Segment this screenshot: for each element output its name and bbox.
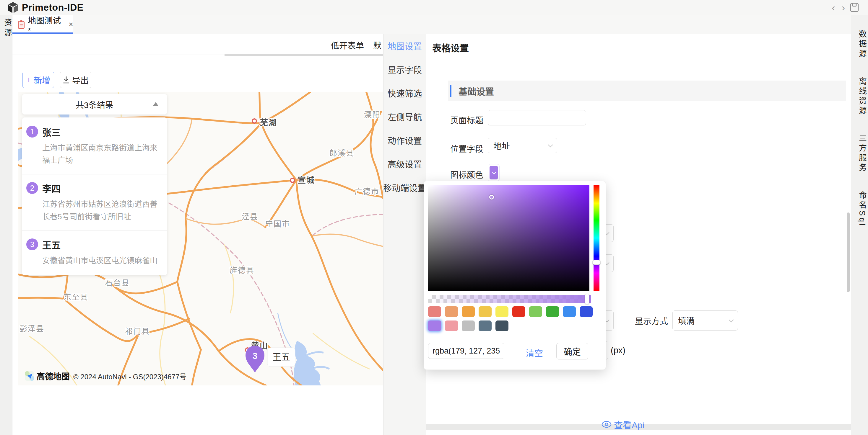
hue-slider[interactable] (593, 185, 599, 291)
map-label: 石台县 (105, 278, 130, 288)
top-bar: Primeton-IDE ‹ › (0, 0, 868, 15)
color-swatch[interactable] (478, 321, 492, 331)
right-rail-item[interactable]: 离线资源 (851, 68, 868, 125)
map-attribution: © 2024 AutoNavi - GS(2023)4677号 (73, 371, 186, 381)
tab-close-icon[interactable]: × (68, 20, 73, 29)
settings-panel: 地图设置显示字段快速筛选左侧导航动作设置高级设置移动端设置 表格设置 基础设置 … (383, 34, 851, 435)
view-api-link[interactable]: 查看Api (601, 418, 644, 431)
item-body: 张三上海市黄浦区南京东路街道上海来福士广场 (42, 125, 161, 166)
item-number-badge: 3 (26, 238, 38, 250)
confirm-color-button[interactable]: 确定 (556, 343, 588, 360)
hue-slider-handle[interactable] (592, 260, 601, 265)
px-unit-label: (px) (611, 345, 625, 355)
map-pin-number: 3 (253, 351, 258, 361)
map-city-dot (290, 178, 294, 182)
right-rail-item[interactable]: 命名Sql (851, 182, 868, 236)
swatch-row-2 (428, 321, 508, 331)
color-swatch[interactable] (495, 321, 508, 331)
icon-color-picker-button[interactable] (488, 164, 500, 181)
list-item[interactable]: 2李四江苏省苏州市姑苏区沧浪街道西善长巷5号司前街看守所旧址 (22, 174, 167, 231)
map-label: 宣城 (298, 176, 315, 185)
right-rail-item[interactable]: 数据源 (851, 21, 868, 68)
map-pin-label: 王五 (267, 348, 295, 367)
page-title-input[interactable] (488, 110, 586, 126)
eye-icon (601, 421, 612, 428)
map-label: 郎溪县 (330, 149, 354, 158)
amap-brand[interactable]: 高德地图 (37, 370, 70, 382)
chevron-down-icon (729, 317, 734, 322)
item-body: 王五安徽省黄山市屯溪区屯光镇麻雀山 (42, 238, 157, 267)
color-swatch[interactable] (580, 306, 593, 317)
svg-text:王五: 王五 (272, 352, 290, 362)
item-address: 安徽省黄山市屯溪区屯光镇麻雀山 (42, 255, 157, 267)
map-label: 溧阳 (364, 110, 380, 119)
item-address: 上海市黄浦区南京东路街道上海来福士广场 (42, 142, 161, 166)
designer-canvas: 低开表单 默 + 新增 导出 (12, 34, 383, 435)
right-rail-item[interactable]: 三方服务 (851, 125, 868, 182)
alpha-slider-handle[interactable] (585, 294, 589, 304)
nav-forward-icon[interactable]: › (842, 2, 845, 13)
settings-menu-item[interactable]: 高级设置 (383, 152, 426, 176)
tab-map-test[interactable]: 地图测试* × (12, 15, 73, 34)
save-icon[interactable] (850, 2, 859, 13)
display-mode-select[interactable]: 填满 (673, 310, 738, 331)
color-swatch[interactable] (563, 306, 576, 317)
settings-menu-item[interactable]: 地图设置 (383, 34, 426, 58)
alpha-slider[interactable] (428, 295, 591, 303)
color-swatch[interactable] (445, 321, 458, 331)
item-number-badge: 1 (26, 126, 38, 137)
export-button[interactable]: 导出 (60, 72, 91, 88)
nav-back-icon[interactable]: ‹ (832, 2, 835, 13)
swatch-row-1 (428, 306, 593, 317)
map-label: 东至县 (64, 293, 88, 302)
settings-menu-item[interactable]: 移动端设置 (383, 176, 426, 199)
color-swatch[interactable] (462, 321, 475, 331)
result-list: 1张三上海市黄浦区南京东路街道上海来福士广场2李四江苏省苏州市姑苏区沧浪街道西善… (22, 118, 167, 275)
color-swatch[interactable] (512, 306, 525, 317)
chevron-down-icon (548, 142, 553, 147)
result-count: 共3条结果 (75, 99, 114, 110)
panel-scrollbar[interactable] (847, 212, 850, 292)
icon-color-swatch (490, 166, 498, 179)
item-name: 张三 (42, 125, 161, 138)
clear-color-button[interactable]: 清空 (526, 346, 543, 359)
icon-color-label: 图标颜色 (424, 168, 483, 180)
color-swatch[interactable] (546, 306, 559, 317)
item-address: 江苏省苏州市姑苏区沧浪街道西善长巷5号司前街看守所旧址 (42, 198, 161, 223)
color-picker-popup: 清空 确定 (424, 181, 606, 370)
section-basic-settings: 基础设置 (448, 80, 846, 101)
settings-menu-item[interactable]: 左侧导航 (383, 105, 426, 128)
item-number-badge: 2 (26, 182, 38, 194)
settings-menu-item[interactable]: 快速筛选 (383, 81, 426, 105)
settings-menu-item[interactable]: 显示字段 (383, 58, 426, 81)
collapse-triangle-icon[interactable] (153, 102, 159, 106)
color-value-input[interactable] (428, 343, 504, 359)
color-swatch[interactable] (529, 306, 542, 317)
left-rail-resources[interactable]: 资源 (2, 18, 13, 38)
add-button[interactable]: + 新增 (23, 72, 54, 88)
document-icon (18, 20, 25, 29)
right-rail: 数据源离线资源三方服务命名Sql (851, 15, 868, 435)
designer-tab-lowcode-form[interactable]: 低开表单 (331, 39, 364, 51)
saturation-cursor[interactable] (489, 195, 494, 200)
panel-title: 表格设置 (432, 41, 469, 54)
location-field-select[interactable]: 地址 (488, 138, 557, 153)
left-rail: 资源 (0, 15, 12, 435)
display-mode-label: 显示方式 (609, 315, 668, 327)
tab-bar: 地图测试* × (12, 15, 851, 34)
location-field-label: 位置字段 (424, 142, 483, 154)
list-item[interactable]: 3王五安徽省黄山市屯溪区屯光镇麻雀山 (22, 231, 167, 275)
designer-tab-strip: 低开表单 默 (12, 34, 383, 55)
color-swatch[interactable] (462, 306, 475, 317)
color-swatch[interactable] (495, 306, 508, 317)
result-count-card[interactable]: 共3条结果 (22, 94, 167, 114)
color-swatch[interactable] (428, 306, 441, 317)
designer-tab-default[interactable]: 默 (373, 39, 381, 51)
section-accent-bar (450, 85, 452, 97)
color-swatch[interactable] (445, 306, 458, 317)
color-swatch[interactable] (478, 306, 492, 317)
color-swatch[interactable] (428, 321, 441, 331)
settings-menu-item[interactable]: 动作设置 (383, 128, 426, 152)
saturation-area[interactable] (428, 185, 589, 291)
list-item[interactable]: 1张三上海市黄浦区南京东路街道上海来福士广场 (22, 118, 167, 174)
